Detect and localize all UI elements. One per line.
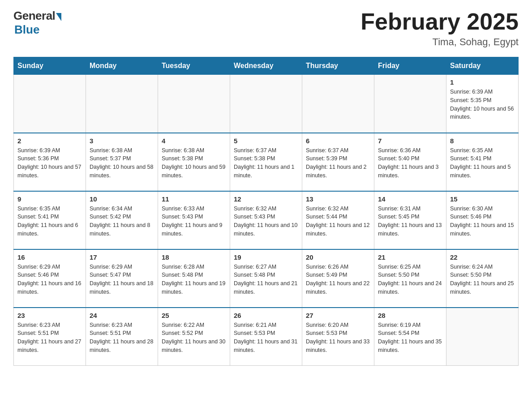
day-info: Sunrise: 6:32 AM Sunset: 5:44 PM Dayligh… [306,205,370,238]
logo-arrow-icon [56,13,61,21]
calendar-cell: 20Sunrise: 6:26 AM Sunset: 5:49 PM Dayli… [302,249,374,308]
calendar-cell: 22Sunrise: 6:24 AM Sunset: 5:50 PM Dayli… [446,249,519,308]
calendar-cell: 17Sunrise: 6:29 AM Sunset: 5:47 PM Dayli… [86,249,158,308]
calendar-cell: 18Sunrise: 6:28 AM Sunset: 5:48 PM Dayli… [158,249,230,308]
day-number: 17 [90,253,154,261]
col-friday: Friday [374,57,446,75]
col-sunday: Sunday [14,57,86,75]
day-info: Sunrise: 6:39 AM Sunset: 5:35 PM Dayligh… [450,88,515,121]
day-info: Sunrise: 6:38 AM Sunset: 5:37 PM Dayligh… [90,146,154,180]
calendar-cell: 4Sunrise: 6:38 AM Sunset: 5:38 PM Daylig… [158,133,230,191]
day-info: Sunrise: 6:33 AM Sunset: 5:43 PM Dayligh… [162,205,226,238]
day-info: Sunrise: 6:38 AM Sunset: 5:38 PM Dayligh… [162,146,226,180]
calendar-week-row: 2Sunrise: 6:39 AM Sunset: 5:36 PM Daylig… [14,133,519,191]
calendar-cell: 13Sunrise: 6:32 AM Sunset: 5:44 PM Dayli… [302,191,374,249]
day-number: 11 [162,195,226,203]
day-info: Sunrise: 6:23 AM Sunset: 5:51 PM Dayligh… [90,321,154,355]
calendar-cell: 6Sunrise: 6:37 AM Sunset: 5:39 PM Daylig… [302,133,374,191]
logo-general-text: General [13,9,55,23]
calendar-cell: 8Sunrise: 6:35 AM Sunset: 5:41 PM Daylig… [446,133,519,191]
day-info: Sunrise: 6:29 AM Sunset: 5:46 PM Dayligh… [17,263,82,296]
col-wednesday: Wednesday [230,57,302,75]
page-header: General Blue February 2025 Tima, Sohag, … [13,9,519,48]
day-info: Sunrise: 6:21 AM Sunset: 5:53 PM Dayligh… [234,321,298,355]
calendar-cell: 16Sunrise: 6:29 AM Sunset: 5:46 PM Dayli… [14,249,86,308]
day-info: Sunrise: 6:37 AM Sunset: 5:38 PM Dayligh… [234,146,298,180]
day-info: Sunrise: 6:22 AM Sunset: 5:52 PM Dayligh… [162,321,226,355]
calendar-cell: 19Sunrise: 6:27 AM Sunset: 5:48 PM Dayli… [230,249,302,308]
day-info: Sunrise: 6:20 AM Sunset: 5:53 PM Dayligh… [306,321,370,355]
day-info: Sunrise: 6:36 AM Sunset: 5:40 PM Dayligh… [378,146,442,180]
day-number: 2 [17,137,82,145]
calendar-cell: 11Sunrise: 6:33 AM Sunset: 5:43 PM Dayli… [158,191,230,249]
day-info: Sunrise: 6:19 AM Sunset: 5:54 PM Dayligh… [378,321,442,355]
calendar-week-row: 16Sunrise: 6:29 AM Sunset: 5:46 PM Dayli… [14,249,519,308]
calendar-cell: 27Sunrise: 6:20 AM Sunset: 5:53 PM Dayli… [302,308,374,366]
day-number: 18 [162,253,226,261]
day-number: 22 [450,253,515,261]
calendar-cell: 12Sunrise: 6:32 AM Sunset: 5:43 PM Dayli… [230,191,302,249]
day-info: Sunrise: 6:39 AM Sunset: 5:36 PM Dayligh… [17,146,82,180]
calendar-week-row: 9Sunrise: 6:35 AM Sunset: 5:41 PM Daylig… [14,191,519,249]
day-number: 14 [378,195,442,203]
col-tuesday: Tuesday [158,57,230,75]
calendar-cell: 5Sunrise: 6:37 AM Sunset: 5:38 PM Daylig… [230,133,302,191]
location-title: Tima, Sohag, Egypt [360,36,519,48]
calendar-cell [374,75,446,133]
day-number: 7 [378,137,442,145]
day-info: Sunrise: 6:30 AM Sunset: 5:46 PM Dayligh… [450,205,515,238]
day-number: 9 [17,195,82,203]
month-title: February 2025 [360,9,519,34]
calendar-cell: 2Sunrise: 6:39 AM Sunset: 5:36 PM Daylig… [14,133,86,191]
col-monday: Monday [86,57,158,75]
day-info: Sunrise: 6:35 AM Sunset: 5:41 PM Dayligh… [450,146,515,180]
calendar-cell [230,75,302,133]
day-info: Sunrise: 6:23 AM Sunset: 5:51 PM Dayligh… [17,321,82,355]
day-info: Sunrise: 6:34 AM Sunset: 5:42 PM Dayligh… [90,205,154,238]
col-saturday: Saturday [446,57,519,75]
calendar-cell: 23Sunrise: 6:23 AM Sunset: 5:51 PM Dayli… [14,308,86,366]
calendar-cell: 9Sunrise: 6:35 AM Sunset: 5:41 PM Daylig… [14,191,86,249]
day-number: 24 [90,312,154,319]
calendar-table: Sunday Monday Tuesday Wednesday Thursday… [13,57,519,366]
day-info: Sunrise: 6:27 AM Sunset: 5:48 PM Dayligh… [234,263,298,296]
day-number: 19 [234,253,298,261]
day-number: 13 [306,195,370,203]
calendar-cell [14,75,86,133]
day-info: Sunrise: 6:26 AM Sunset: 5:49 PM Dayligh… [306,263,370,296]
logo-blue-text: Blue [14,23,39,37]
calendar-cell: 26Sunrise: 6:21 AM Sunset: 5:53 PM Dayli… [230,308,302,366]
day-number: 10 [90,195,154,203]
day-info: Sunrise: 6:32 AM Sunset: 5:43 PM Dayligh… [234,205,298,238]
calendar-cell: 25Sunrise: 6:22 AM Sunset: 5:52 PM Dayli… [158,308,230,366]
calendar-cell: 7Sunrise: 6:36 AM Sunset: 5:40 PM Daylig… [374,133,446,191]
day-number: 16 [17,253,82,261]
calendar-cell: 28Sunrise: 6:19 AM Sunset: 5:54 PM Dayli… [374,308,446,366]
calendar-cell: 10Sunrise: 6:34 AM Sunset: 5:42 PM Dayli… [86,191,158,249]
day-info: Sunrise: 6:28 AM Sunset: 5:48 PM Dayligh… [162,263,226,296]
day-number: 12 [234,195,298,203]
calendar-cell: 1Sunrise: 6:39 AM Sunset: 5:35 PM Daylig… [446,75,519,133]
day-number: 20 [306,253,370,261]
day-info: Sunrise: 6:35 AM Sunset: 5:41 PM Dayligh… [17,205,82,238]
day-number: 27 [306,312,370,319]
day-info: Sunrise: 6:25 AM Sunset: 5:50 PM Dayligh… [378,263,442,296]
day-info: Sunrise: 6:29 AM Sunset: 5:47 PM Dayligh… [90,263,154,296]
day-info: Sunrise: 6:31 AM Sunset: 5:45 PM Dayligh… [378,205,442,238]
day-number: 8 [450,137,515,145]
calendar-cell: 21Sunrise: 6:25 AM Sunset: 5:50 PM Dayli… [374,249,446,308]
day-number: 1 [450,78,515,86]
day-number: 23 [17,312,82,319]
calendar-cell [86,75,158,133]
day-number: 26 [234,312,298,319]
logo: General Blue [13,9,61,37]
calendar-week-row: 23Sunrise: 6:23 AM Sunset: 5:51 PM Dayli… [14,308,519,366]
calendar-header-row: Sunday Monday Tuesday Wednesday Thursday… [14,57,519,75]
calendar-cell [158,75,230,133]
day-number: 5 [234,137,298,145]
day-number: 3 [90,137,154,145]
calendar-week-row: 1Sunrise: 6:39 AM Sunset: 5:35 PM Daylig… [14,75,519,133]
day-number: 15 [450,195,515,203]
day-number: 4 [162,137,226,145]
calendar-cell [302,75,374,133]
